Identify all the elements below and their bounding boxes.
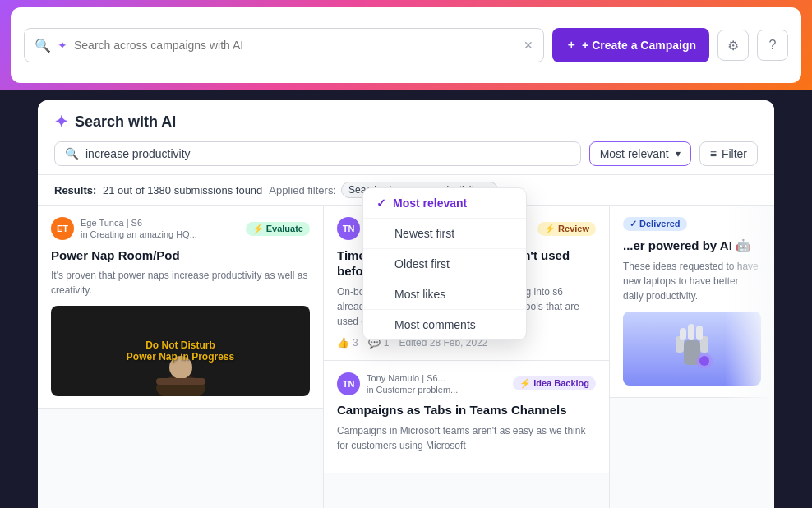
results-count-value: 21 out of 1380 submissions found xyxy=(103,184,262,196)
sort-option-oldest-first[interactable]: Oldest first xyxy=(363,249,526,279)
filter-label: Filter xyxy=(722,147,747,160)
card-author-info: Tony Namulo | S6... in Customer problem.… xyxy=(367,372,506,396)
status-badge: ⚡ Review xyxy=(537,222,596,236)
avatar: TN xyxy=(337,372,360,395)
ai-sparkle-icon: ✦ xyxy=(58,39,67,52)
sort-dropdown[interactable]: Most relevant ▾ xyxy=(589,141,691,166)
settings-button[interactable]: ⚙ xyxy=(717,30,749,61)
app-title: ✦ Search with AI xyxy=(54,112,758,132)
svg-rect-7 xyxy=(688,324,694,340)
avatar: TN xyxy=(337,217,360,240)
ai-sparkle-icon-large: ✦ xyxy=(54,112,68,132)
create-campaign-button[interactable]: ＋ + Create a Campaign xyxy=(552,28,709,62)
fade-overlay xyxy=(725,206,774,508)
svg-rect-8 xyxy=(696,326,703,340)
search-icon: 🔍 xyxy=(35,38,51,53)
app-title-text: Search with AI xyxy=(75,113,176,131)
likes-count: 👍 3 xyxy=(337,337,358,349)
card-description: It's proven that power naps increase pro… xyxy=(51,268,310,298)
card-title: Power Nap Room/Pod xyxy=(51,247,310,264)
device-screen: ✦ Search with AI 🔍 Most relevant ▾ ≡ Fil… xyxy=(38,100,774,508)
results-count: Results: 21 out of 1380 submissions foun… xyxy=(54,184,262,196)
toolbar-search-bar: 🔍 ✦ ✕ xyxy=(24,28,544,62)
avatar: ET xyxy=(51,217,74,240)
sort-option-label: Newest first xyxy=(394,227,454,240)
sort-option-newest-first[interactable]: Newest first xyxy=(363,219,526,248)
toolbar-search-input[interactable] xyxy=(74,39,517,52)
status-badge: ✓ Delivered xyxy=(623,217,687,231)
app-search-input[interactable] xyxy=(85,147,570,160)
card-meta: ET Ege Tunca | S6 in Creating an amazing… xyxy=(51,217,310,241)
card-power-nap[interactable]: ET Ege Tunca | S6 in Creating an amazing… xyxy=(38,206,323,409)
search-icon-inner: 🔍 xyxy=(65,147,79,160)
sort-dropdown-menu: ✓ Most relevant Newest first Oldest firs… xyxy=(362,187,527,340)
help-button[interactable]: ? xyxy=(757,30,788,61)
app-header: ✦ Search with AI 🔍 Most relevant ▾ ≡ Fil… xyxy=(38,100,774,175)
filter-icon: ≡ xyxy=(710,147,717,160)
card-column-3: ✓ Delivered ...er powered by AI 🤖 These … xyxy=(610,206,774,508)
app-search-box: 🔍 xyxy=(54,141,581,166)
robot-illustration xyxy=(659,316,725,381)
card-image: Do Not Disturb Power Nap in Progress xyxy=(51,306,310,396)
card-teams-channels[interactable]: TN Tony Namulo | S6... in Customer probl… xyxy=(324,361,609,473)
card-description: Campaigns in Microsoft teams aren't as e… xyxy=(337,423,596,453)
plus-icon: ＋ xyxy=(565,38,577,53)
app-search-row: 🔍 Most relevant ▾ ≡ Filter xyxy=(54,141,758,166)
card-title: Campaigns as Tabs in Teams Channels xyxy=(337,402,596,418)
svg-rect-6 xyxy=(680,328,686,340)
card-meta: TN Tony Namulo | S6... in Customer probl… xyxy=(337,372,596,396)
sort-option-most-likes[interactable]: Most likes xyxy=(363,279,526,309)
svg-rect-2 xyxy=(156,378,205,385)
clear-icon[interactable]: ✕ xyxy=(524,39,533,52)
toolbar-wrapper: 🔍 ✦ ✕ ＋ + Create a Campaign ⚙ ? xyxy=(0,0,812,90)
check-icon: ✓ xyxy=(376,196,386,210)
card-column-1: ET Ege Tunca | S6 in Creating an amazing… xyxy=(38,206,324,508)
sort-option-most-comments[interactable]: Most comments xyxy=(363,310,526,339)
filter-button[interactable]: ≡ Filter xyxy=(699,141,758,166)
toolbar-inner: 🔍 ✦ ✕ ＋ + Create a Campaign ⚙ ? xyxy=(11,7,801,83)
sort-option-label: Most relevant xyxy=(393,196,467,210)
svg-point-10 xyxy=(699,356,709,366)
create-button-label: + Create a Campaign xyxy=(582,39,696,52)
status-badge: ⚡ Evaluate xyxy=(246,222,310,236)
sort-option-label: Most comments xyxy=(394,318,476,331)
thumbs-up-icon: 👍 xyxy=(337,337,349,349)
sort-option-label: Oldest first xyxy=(394,257,450,270)
sort-option-label: Most likes xyxy=(394,288,445,301)
status-badge: ⚡ Idea Backlog xyxy=(513,376,596,390)
sort-selected-label: Most relevant xyxy=(600,147,669,160)
applied-filters-label: Applied filters: xyxy=(269,184,336,196)
card-author-info: Ege Tunca | S6 in Creating an amazing HQ… xyxy=(81,217,239,241)
chevron-down-icon: ▾ xyxy=(676,148,681,159)
sort-option-most-relevant[interactable]: ✓ Most relevant xyxy=(363,188,526,218)
device-frame: ✦ Search with AI 🔍 Most relevant ▾ ≡ Fil… xyxy=(25,90,787,508)
